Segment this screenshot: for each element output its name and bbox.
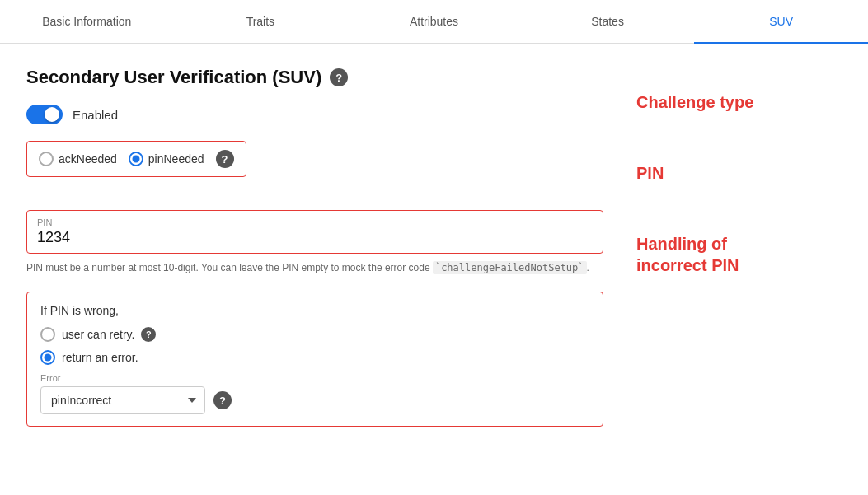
pin-field-label: PIN — [37, 217, 593, 227]
error-dropdown-value: pinIncorrect — [51, 394, 111, 407]
return-error-row: return an error. — [40, 350, 589, 365]
pin-field-value[interactable]: 1234 — [37, 229, 593, 246]
user-retry-label: user can retry. — [62, 328, 134, 341]
tab-attributes[interactable]: Attributes — [347, 0, 521, 43]
section-title-text: Secondary User Verification (SUV) — [26, 67, 321, 88]
error-help-icon[interactable]: ? — [213, 391, 232, 409]
incorrect-pin-annotation: Handling ofincorrect PIN — [636, 233, 801, 276]
return-error-radio[interactable] — [40, 350, 55, 365]
tab-basic-information-label: Basic Information — [42, 15, 131, 28]
pin-needed-option[interactable]: pinNeeded — [129, 152, 204, 166]
tab-attributes-label: Attributes — [410, 15, 458, 28]
user-retry-radio[interactable] — [40, 327, 55, 342]
section-title-row: Secondary User Verification (SUV) ? — [26, 67, 603, 88]
pin-needed-radio[interactable] — [129, 152, 143, 166]
error-dropdown[interactable]: pinIncorrect — [40, 386, 205, 414]
enabled-toggle-row: Enabled — [26, 105, 603, 124]
error-dropdown-row: pinIncorrect ? — [40, 386, 589, 414]
right-panel: Challenge type PIN Handling ofincorrect … — [636, 67, 801, 427]
pin-hint-text: PIN must be a number at most 10-digit. Y… — [26, 260, 603, 275]
dropdown-arrow-icon — [188, 398, 196, 403]
tab-states-label: States — [591, 15, 624, 28]
main-content: Secondary User Verification (SUV) ? Enab… — [0, 44, 868, 450]
challenge-type-box: ackNeeded pinNeeded ? — [26, 141, 246, 177]
pin-needed-label: pinNeeded — [148, 152, 204, 166]
ack-needed-radio[interactable] — [39, 152, 54, 166]
challenge-type-row: ackNeeded pinNeeded ? — [26, 141, 603, 194]
enabled-toggle[interactable] — [26, 105, 63, 124]
pin-annotation: PIN — [636, 162, 801, 184]
challenge-type-help-icon[interactable]: ? — [216, 150, 234, 168]
left-panel: Secondary User Verification (SUV) ? Enab… — [26, 67, 603, 427]
pin-field-wrapper: PIN 1234 — [26, 210, 603, 254]
tab-traits-label: Traits — [246, 15, 274, 28]
tab-suv[interactable]: SUV — [694, 0, 868, 43]
tab-suv-label: SUV — [769, 15, 793, 28]
tab-states[interactable]: States — [521, 0, 695, 43]
toggle-thumb — [45, 107, 59, 122]
tab-bar: Basic Information Traits Attributes Stat… — [0, 0, 868, 44]
user-retry-help-icon[interactable]: ? — [141, 327, 156, 342]
return-error-label: return an error. — [62, 351, 138, 364]
section-help-icon[interactable]: ? — [330, 68, 348, 86]
error-dropdown-wrapper: Error pinIncorrect ? — [40, 373, 589, 414]
error-dropdown-label: Error — [40, 373, 589, 383]
challenge-type-annotation: Challenge type — [636, 91, 801, 113]
incorrect-pin-title: If PIN is wrong, — [40, 304, 589, 317]
ack-needed-option[interactable]: ackNeeded — [39, 152, 117, 166]
incorrect-pin-box: If PIN is wrong, user can retry. ? retur… — [26, 292, 603, 427]
tab-traits[interactable]: Traits — [174, 0, 348, 43]
tab-basic-information[interactable]: Basic Information — [0, 0, 174, 43]
ack-needed-label: ackNeeded — [59, 152, 117, 166]
toggle-label: Enabled — [73, 108, 118, 122]
user-retry-row: user can retry. ? — [40, 327, 589, 342]
